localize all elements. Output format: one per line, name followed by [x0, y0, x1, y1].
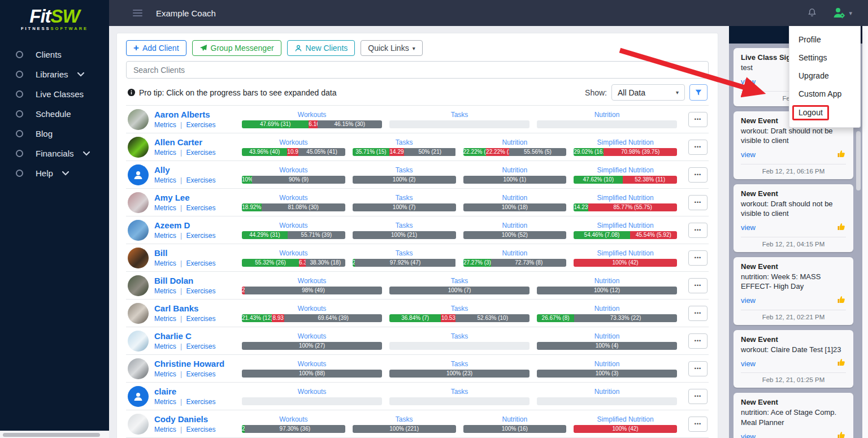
sidebar-item-live-classes[interactable]: Live Classes	[0, 84, 109, 104]
progress-segment-green[interactable]: 21.43% (12)	[242, 314, 272, 322]
progress-bar[interactable]: 44.29% (31)55.71% (39)	[242, 231, 345, 239]
progress-column-label[interactable]: Nutrition	[463, 194, 567, 202]
progress-segment-red[interactable]: 8.93	[272, 314, 284, 322]
progress-column-label[interactable]: Nutrition	[463, 415, 567, 423]
progress-column-label[interactable]: Tasks	[389, 111, 530, 119]
client-name-link[interactable]: Allen Carter	[154, 137, 216, 148]
progress-column-label[interactable]: Workouts	[242, 249, 345, 257]
sidebar-item-financials[interactable]: Financials	[0, 144, 109, 163]
progress-bar[interactable]: 100% (7)	[353, 203, 456, 211]
progress-column-label[interactable]: Workouts	[242, 332, 382, 340]
client-metrics-link[interactable]: Metrics	[154, 232, 176, 240]
client-avatar[interactable]	[128, 220, 149, 241]
progress-column-label[interactable]: Nutrition	[463, 138, 567, 146]
more-options-button[interactable]: •••	[688, 389, 708, 404]
client-name-link[interactable]: Azeem D	[154, 220, 216, 231]
progress-column-label[interactable]: Tasks	[389, 305, 530, 313]
client-metrics-link[interactable]: Metrics	[154, 204, 176, 212]
progress-segment-green[interactable]: 14.23%	[574, 203, 588, 211]
new-clients-button[interactable]: New Clients	[287, 40, 355, 56]
progress-column-label[interactable]: Simplified Nutrition	[574, 166, 677, 174]
client-avatar[interactable]	[128, 275, 149, 296]
progress-segment-red[interactable]: 6.38	[299, 259, 306, 267]
progress-column-label[interactable]: Workouts	[242, 388, 382, 396]
menu-item-settings[interactable]: Settings	[789, 49, 860, 67]
progress-segment-gray[interactable]: 100% (12)	[537, 287, 677, 294]
progress-segment-gray[interactable]: 72.73% (8)	[491, 259, 566, 267]
client-metrics-link[interactable]: Metrics	[154, 398, 176, 406]
progress-column-label[interactable]: Workouts	[242, 360, 382, 368]
progress-bar[interactable]: 18.92%81.08% (30)	[242, 203, 345, 211]
horizontal-scrollbar-thumb[interactable]	[3, 433, 100, 437]
more-options-button[interactable]: •••	[688, 223, 708, 238]
progress-bar[interactable]: 100% (12)	[537, 287, 677, 294]
sidebar-item-help[interactable]: Help	[0, 163, 109, 183]
client-avatar[interactable]	[128, 414, 149, 435]
progress-segment-gray[interactable]: 100% (221)	[353, 425, 456, 433]
client-metrics-link[interactable]: Metrics	[154, 176, 176, 184]
menu-item-profile[interactable]: Profile	[789, 31, 860, 49]
client-exercises-link[interactable]: Exercises	[186, 426, 215, 433]
progress-segment-red[interactable]: 85.77% (55.75)	[588, 203, 677, 211]
progress-column-label[interactable]: Simplified Nutrition	[574, 249, 677, 257]
progress-column-label[interactable]: Nutrition	[463, 249, 567, 257]
client-metrics-link[interactable]: Metrics	[154, 342, 176, 350]
progress-column-label[interactable]: Nutrition	[537, 388, 677, 396]
progress-column-label[interactable]: Nutrition	[537, 111, 677, 119]
progress-segment-green[interactable]: 43.96% (40)	[242, 148, 287, 156]
progress-bar[interactable]: 26.67% (8)73.33% (22)	[537, 314, 677, 322]
progress-bar[interactable]: 22.22% (222.22% (255.56% (5)	[463, 148, 567, 156]
client-avatar[interactable]	[128, 109, 149, 130]
client-metrics-link[interactable]: Metrics	[154, 426, 176, 433]
progress-column-label[interactable]: Nutrition	[463, 222, 567, 229]
progress-column-label[interactable]: Simplified Nutrition	[574, 194, 677, 202]
menu-item-custom-app[interactable]: Custom App	[789, 85, 860, 103]
progress-segment-gray[interactable]: 46.15% (30)	[318, 120, 382, 128]
more-options-button[interactable]: •••	[688, 140, 708, 155]
thumbs-up-icon[interactable]	[837, 358, 846, 369]
progress-column-label[interactable]: Workouts	[242, 194, 345, 202]
progress-bar[interactable]: 47.69% (31)6.1646.15% (30)	[242, 120, 382, 128]
sidebar-item-blog[interactable]: Blog	[0, 124, 109, 144]
progress-column-label[interactable]: Tasks	[389, 332, 530, 340]
progress-column-label[interactable]: Tasks	[389, 388, 530, 396]
progress-segment-empty[interactable]	[537, 397, 677, 405]
progress-segment-red[interactable]: 45.54% (5.92)	[630, 231, 677, 239]
filter-button[interactable]	[689, 84, 708, 101]
progress-segment-green[interactable]: 26.67% (8)	[537, 314, 574, 322]
progress-bar[interactable]: 297.30% (36)	[242, 425, 345, 433]
event-view-link[interactable]: view	[741, 223, 756, 232]
progress-column-label[interactable]: Nutrition	[537, 360, 677, 368]
more-options-button[interactable]: •••	[688, 112, 708, 127]
progress-segment-gray[interactable]: 100% (52)	[463, 231, 567, 239]
progress-bar[interactable]: 100% (4)	[537, 342, 677, 350]
client-exercises-link[interactable]: Exercises	[186, 176, 215, 184]
client-name-link[interactable]: Christine Howard	[154, 359, 224, 369]
progress-segment-green[interactable]: 44.29% (31)	[242, 231, 288, 239]
thumbs-up-icon[interactable]	[837, 431, 846, 438]
event-view-link[interactable]: view	[741, 432, 756, 438]
progress-segment-gray[interactable]: 38.30% (18)	[306, 259, 345, 267]
progress-segment-gray[interactable]: 100% (27)	[242, 342, 382, 350]
progress-bar[interactable]: 100% (2)	[353, 176, 456, 184]
more-options-button[interactable]: •••	[688, 306, 708, 321]
progress-bar[interactable]	[389, 342, 530, 350]
progress-segment-gray[interactable]: 100% (16)	[463, 425, 567, 433]
progress-segment-green[interactable]: 36.84% (7)	[389, 314, 441, 322]
client-name-link[interactable]: Charlie C	[154, 331, 216, 341]
progress-segment-gray[interactable]: 100% (7)	[353, 203, 456, 211]
client-avatar[interactable]	[128, 303, 149, 324]
client-name-link[interactable]: Cody Daniels	[154, 414, 216, 424]
group-messenger-button[interactable]: Group Messenger	[192, 40, 281, 56]
client-avatar[interactable]	[128, 331, 149, 352]
progress-bar[interactable]	[242, 397, 382, 405]
client-metrics-link[interactable]: Metrics	[154, 259, 176, 267]
progress-column-label[interactable]: Tasks	[353, 249, 456, 257]
progress-segment-gray[interactable]: 100% (2)	[353, 176, 456, 184]
client-exercises-link[interactable]: Exercises	[186, 259, 215, 267]
more-options-button[interactable]: •••	[688, 278, 708, 293]
client-avatar[interactable]	[128, 164, 149, 185]
progress-column-label[interactable]: Workouts	[242, 305, 382, 313]
progress-bar[interactable]: 100% (23)	[389, 370, 530, 378]
progress-bar[interactable]: 100% (16)	[463, 425, 567, 433]
